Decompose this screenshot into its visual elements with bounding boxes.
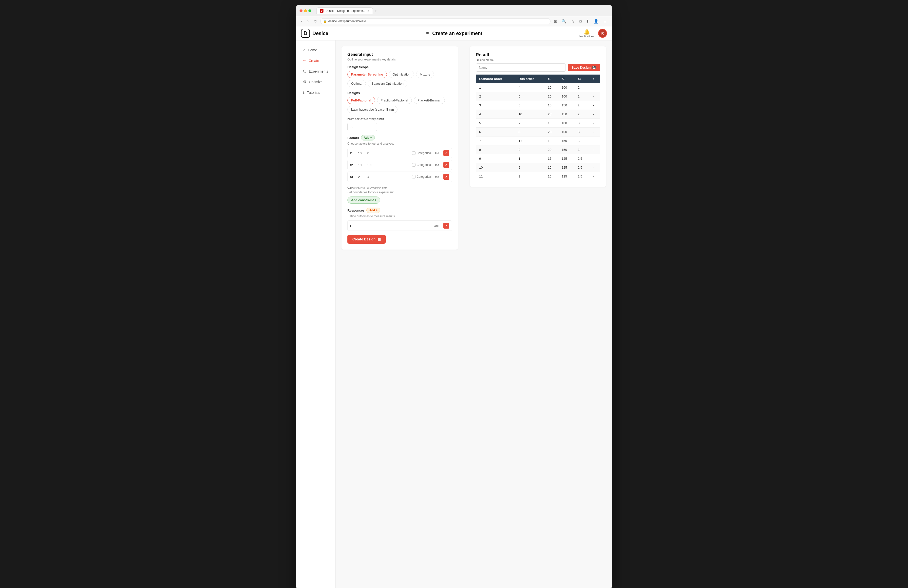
cell-f2: 150 (558, 137, 574, 145)
responses-subtitle: Define outcomes to measure results. (348, 214, 452, 218)
profile-btn[interactable]: 👤 (592, 19, 600, 24)
sidebar-home-label: Home (308, 48, 317, 52)
scope-btn-optimization[interactable]: Optimization (389, 71, 414, 78)
design-btn-plackett[interactable]: Plackett-Burman (414, 97, 445, 104)
traffic-lights (299, 10, 311, 12)
cell-run: 1 (515, 154, 544, 163)
address-icon: 🔒 (324, 20, 327, 23)
address-bar[interactable]: 🔒 desice.io/experiments/create (320, 18, 551, 24)
download-btn[interactable]: ⬇ (584, 19, 591, 24)
add-response-button[interactable]: Add + (366, 208, 380, 213)
tutorials-icon: ℹ (303, 90, 304, 95)
menu-btn[interactable]: ⋮ (602, 19, 609, 24)
cell-f1: 10 (544, 137, 558, 145)
cell-r: - (589, 92, 600, 101)
remove-factor-f2[interactable]: × (443, 162, 449, 168)
notifications-area[interactable]: 🔔 Notifications (580, 29, 594, 38)
table-row: 10 2 15 125 2.5 - (476, 163, 600, 172)
factor-row-f1: f1 10 20 Categorical Unit × (348, 148, 452, 158)
categorical-checkbox-f2[interactable] (412, 163, 415, 167)
extensions-btn[interactable]: ⧉ (577, 19, 583, 24)
create-design-icon: ▦ (378, 237, 381, 241)
cell-r: - (589, 101, 600, 110)
active-tab[interactable]: D Desice - Design of Experime... × (316, 7, 373, 14)
cell-std: 3 (476, 101, 515, 110)
sidebar-item-optimize[interactable]: ⚙ Optimize (298, 77, 333, 87)
new-tab-button[interactable]: + (373, 8, 379, 14)
save-design-button[interactable]: Save Design 💾 (568, 64, 600, 71)
cell-r: - (589, 154, 600, 163)
sidebar-item-home[interactable]: ⌂ Home (298, 45, 333, 55)
cell-f1: 20 (544, 92, 558, 101)
scope-btn-bayesian[interactable]: Bayesian Optimization (368, 80, 407, 87)
design-btn-full-factorial[interactable]: Full-Factorial (348, 97, 375, 104)
result-card: Result Design Name Save Design 💾 (470, 47, 606, 187)
responses-label: Responses (348, 209, 364, 212)
scope-btn-parameter-screening[interactable]: Parameter Screening (348, 71, 387, 78)
factor-f2-unit: Unit (433, 163, 441, 167)
tab-close-btn[interactable]: × (367, 10, 369, 12)
factor-f1-min: 10 (358, 151, 365, 155)
browser-nav: ‹ › ↺ 🔒 desice.io/experiments/create ⊞ 🔍… (296, 16, 612, 26)
app-topbar: D Desice ≡ Create an experiment 🔔 Notifi… (296, 26, 612, 40)
cell-std: 4 (476, 110, 515, 119)
cell-f2: 100 (558, 119, 574, 127)
design-btn-latin[interactable]: Latin hypercube (space-filling) (348, 106, 398, 113)
create-design-button[interactable]: Create Design ▦ (348, 235, 386, 244)
optimize-icon: ⚙ (303, 79, 306, 84)
cell-f3: 2 (575, 83, 589, 92)
scope-btn-optimal[interactable]: Optimal (348, 80, 366, 87)
sidebar-item-experiments[interactable]: ⬡ Experiments (298, 66, 333, 76)
design-btn-fractional[interactable]: Fractional-Factorial (377, 97, 412, 104)
col-f3: f3 (575, 74, 589, 83)
home-icon: ⌂ (303, 48, 306, 52)
form-panel: General input Outline your experiment's … (336, 40, 464, 588)
forward-button[interactable]: › (306, 19, 310, 24)
bookmark-btn[interactable]: ☆ (570, 19, 576, 24)
remove-response-r[interactable]: × (443, 223, 449, 229)
cell-f3: 3 (575, 145, 589, 154)
design-name-input[interactable] (476, 63, 566, 72)
save-design-label: Save Design (572, 66, 591, 69)
scope-btn-mixture[interactable]: Mixture (416, 71, 434, 78)
back-button[interactable]: ‹ (299, 19, 304, 24)
maximize-traffic-light[interactable] (308, 10, 311, 12)
col-f1: f1 (544, 74, 558, 83)
remove-factor-f1[interactable]: × (443, 150, 449, 156)
cell-f3: 3 (575, 119, 589, 127)
result-table: Standard order Run order f1 f2 f3 r 1 4 … (476, 74, 600, 181)
cell-f3: 2.5 (575, 163, 589, 172)
cell-run: 7 (515, 119, 544, 127)
translate-btn[interactable]: ⊞ (552, 19, 559, 24)
col-r: r (589, 74, 600, 83)
close-traffic-light[interactable] (299, 10, 303, 12)
categorical-checkbox-f3[interactable] (412, 175, 415, 179)
section-title: General input (348, 52, 452, 57)
tab-title: Desice - Design of Experime... (325, 9, 365, 13)
add-constraint-button[interactable]: Add constraint + (348, 197, 380, 204)
minimize-traffic-light[interactable] (304, 10, 307, 12)
categorical-checkbox-f1[interactable] (412, 151, 415, 155)
sidebar: ⌂ Home ✏ Create ⬡ Experiments ⚙ Optimize… (296, 40, 336, 588)
remove-factor-f3[interactable]: × (443, 174, 449, 180)
hamburger-menu[interactable]: ≡ (425, 30, 430, 37)
designs-group: Full-Factorial Fractional-Factorial Plac… (348, 97, 452, 113)
cell-std: 10 (476, 163, 515, 172)
sidebar-item-tutorials[interactable]: ℹ Tutorials (298, 88, 333, 97)
cell-f1: 10 (544, 83, 558, 92)
refresh-button[interactable]: ↺ (312, 19, 318, 24)
cell-r: - (589, 145, 600, 154)
user-avatar[interactable]: R (598, 29, 607, 38)
centerpoints-input[interactable] (348, 123, 377, 131)
design-name-row: Save Design 💾 (476, 63, 600, 72)
responses-section: Responses Add + Define outcomes to measu… (348, 208, 452, 231)
topbar-right: 🔔 Notifications R (580, 29, 607, 38)
factor-f3-min: 2 (358, 175, 365, 179)
cell-f2: 125 (558, 172, 574, 181)
sidebar-item-create[interactable]: ✏ Create (298, 56, 333, 65)
zoom-btn[interactable]: 🔍 (560, 19, 568, 24)
address-text: desice.io/experiments/create (328, 19, 366, 23)
create-icon: ✏ (303, 58, 306, 63)
add-factor-button[interactable]: Add + (361, 135, 375, 140)
experiments-icon: ⬡ (303, 69, 306, 74)
